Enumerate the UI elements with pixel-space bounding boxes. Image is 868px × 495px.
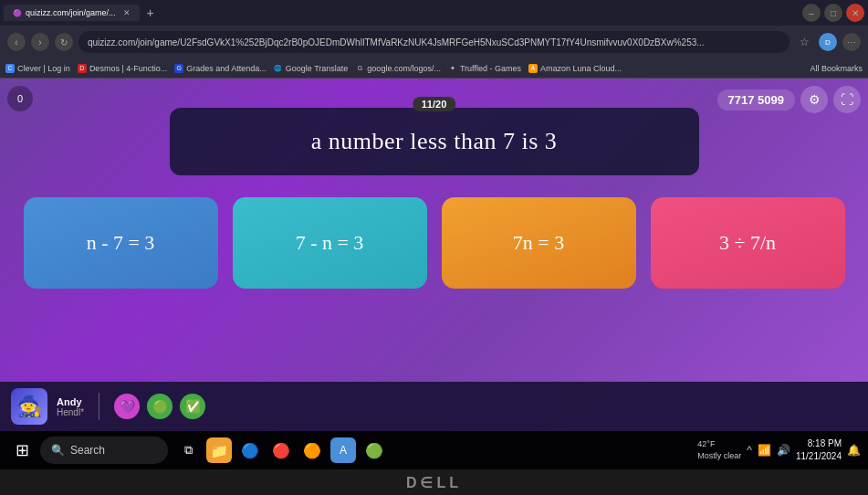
taskbar: ⊞ 🔍 Search ⧉ 📁 🔵 🔴 🟠 A 🟢 42°F Mostly cle… [0,431,868,469]
active-tab[interactable]: 🟣 quizizz.com/join/game/... ✕ [4,5,140,21]
browser-controls: ‹ › ↻ quizizz.com/join/game/U2FsdGVkX1%2… [0,26,868,58]
taskbar-clock[interactable]: 8:18 PM 11/21/2024 [796,437,842,463]
url-text: quizizz.com/join/game/U2FsdGVkX1%252BjDq… [88,37,705,47]
bookmark-desmos[interactable]: D Desmos | 4-Functio... [78,64,167,73]
player-divider [99,393,99,420]
player-name-line2: Hendl* [57,407,84,417]
powerup-1-button[interactable]: 💜 [114,394,140,419]
game-area: 0 7717 5099 ⚙ ⛶ 11/20 a number less than… [0,79,868,431]
answer-card-4[interactable]: 3 ÷ 7/n [651,197,845,289]
taskbar-search-bar[interactable]: 🔍 Search [40,437,168,464]
player-name-line1: Andy [57,396,84,407]
answer-text-1: n - 7 = 3 [87,231,155,255]
answer-card-1[interactable]: n - 7 = 3 [24,197,218,289]
bookmark-amazon[interactable]: A Amazon Luna Cloud... [528,64,622,73]
amazon-icon: A [528,64,538,73]
weather-temp: 42°F [697,438,741,450]
clever-icon: C [5,64,15,73]
question-number-badge: 11/20 [413,97,456,111]
score-display: 7717 5099 [717,90,795,111]
network-icon[interactable]: 📶 [758,444,771,457]
chrome-icon[interactable]: 🔵 [237,437,263,463]
fullscreen-button[interactable]: ⛶ [833,86,861,113]
player-power-icons: 💜 🟢 ✅ [114,394,205,419]
bookmarks-bar: C Clever | Log in D Desmos | 4-Functio..… [0,58,868,79]
tab-favicon: 🟣 [13,9,22,17]
maximize-button[interactable]: □ [824,4,842,22]
weather-info: 42°F Mostly clear [697,438,741,461]
clock-date: 11/21/2024 [796,450,842,463]
answer-card-3[interactable]: 7n = 3 [442,197,636,289]
counter-value: 0 [17,93,23,104]
chrome-icon-2[interactable]: 🔴 [268,437,294,463]
bookmark-desmos-label: Desmos | 4-Functio... [89,64,167,73]
tab-bar: 🟣 quizizz.com/join/game/... ✕ + – □ ✕ [0,0,868,26]
taskbar-right: 42°F Mostly clear ^ 📶 🔊 8:18 PM 11/21/20… [697,437,861,463]
answer-card-2[interactable]: 7 - n = 3 [233,197,427,289]
powerup-2-button[interactable]: 🟢 [147,394,173,419]
minimize-button[interactable]: – [802,4,821,22]
start-icon: ⊞ [16,440,29,460]
counter-badge: 0 [7,86,33,111]
back-button[interactable]: ‹ [7,33,26,51]
search-label: Search [70,444,105,457]
answer-text-2: 7 - n = 3 [296,231,364,255]
bookmark-google[interactable]: G google.com/logos/... [355,64,441,73]
desmos-icon: D [78,64,87,73]
profile-button[interactable]: D [819,33,837,51]
reload-button[interactable]: ↻ [55,33,73,51]
extensions-button[interactable]: ⋯ [842,33,861,51]
app-icon-5[interactable]: 🟢 [361,437,387,463]
system-tray-expand[interactable]: ^ [747,444,752,457]
dell-logo-bar: D∈LL [0,469,868,495]
bookmark-translate-label: Google Translate [286,64,349,73]
answers-grid: n - 7 = 3 7 - n = 3 7n = 3 3 ÷ 7/n [24,197,845,289]
task-view-button[interactable]: ⧉ [175,437,201,463]
file-explorer-icon[interactable]: 📁 [206,437,232,463]
start-button[interactable]: ⊞ [7,436,37,465]
answer-text-3: 7n = 3 [513,231,564,255]
google-icon: G [355,64,364,73]
search-icon: 🔍 [51,444,65,457]
bookmark-truffled-label: Truffled - Games [460,64,521,73]
bookmark-star-icon[interactable]: ☆ [795,33,813,51]
monitor: 🟣 quizizz.com/join/game/... ✕ + – □ ✕ ‹ … [0,0,868,495]
forward-button[interactable]: › [31,33,49,51]
player-bar: 🧙 Andy Hendl* 💜 🟢 ✅ [0,382,868,431]
volume-icon[interactable]: 🔊 [777,444,790,457]
bookmark-truffled[interactable]: ✦ Truffled - Games [448,64,521,73]
score-area: 7717 5099 ⚙ ⛶ [717,86,861,113]
all-bookmarks-button[interactable]: All Bookmarks [810,64,863,73]
bookmark-grades-label: Grades and Attenda... [186,64,267,73]
bookmark-google-label: google.com/logos/... [367,64,441,73]
question-text: a number less than 7 is 3 [311,128,558,154]
powerup-3-button[interactable]: ✅ [180,394,205,419]
clock-time: 8:18 PM [796,437,842,450]
answer-text-4: 3 ÷ 7/n [719,231,776,255]
bookmark-clever[interactable]: C Clever | Log in [5,64,70,73]
grades-icon: G [174,64,183,73]
browser-chrome: 🟣 quizizz.com/join/game/... ✕ + – □ ✕ ‹ … [0,0,868,79]
taskbar-app-icons: ⧉ 📁 🔵 🔴 🟠 A 🟢 [175,437,387,463]
bookmark-clever-label: Clever | Log in [17,64,70,73]
new-tab-button[interactable]: + [141,4,160,22]
notification-icon[interactable]: 🔔 [847,444,861,457]
translate-icon: 🌐 [274,64,283,73]
tab-close-icon[interactable]: ✕ [123,8,131,17]
bookmark-grades[interactable]: G Grades and Attenda... [174,64,267,73]
close-button[interactable]: ✕ [846,4,864,22]
active-tab-label: quizizz.com/join/game/... [26,8,116,17]
bookmark-amazon-label: Amazon Luna Cloud... [540,64,622,73]
player-avatar: 🧙 [11,388,47,425]
truffled-icon: ✦ [448,64,457,73]
dell-logo: D∈LL [406,474,462,491]
bookmark-translate[interactable]: 🌐 Google Translate [274,64,349,73]
question-container: 11/20 a number less than 7 is 3 [170,108,699,175]
question-box: a number less than 7 is 3 [170,108,699,175]
app-icon-3[interactable]: 🟠 [299,437,325,463]
settings-button[interactable]: ⚙ [800,86,828,113]
player-name: Andy Hendl* [57,396,84,417]
address-bar[interactable]: quizizz.com/join/game/U2FsdGVkX1%252BjDq… [78,31,790,53]
weather-desc: Mostly clear [697,450,741,462]
app-icon-4[interactable]: A [330,437,356,463]
